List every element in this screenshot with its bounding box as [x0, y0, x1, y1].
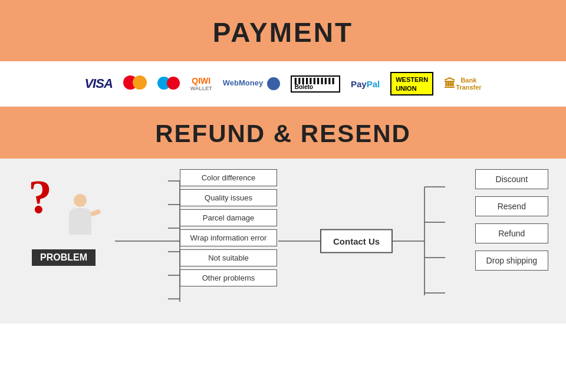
paypal-logo: PayPal: [351, 79, 380, 89]
problem-not-suitable: Not suitable: [180, 249, 277, 266]
problem-quality-issues: Quality issues: [180, 189, 277, 206]
person-figure: [64, 194, 96, 244]
outcome-discount: Discount: [475, 169, 548, 189]
western-union-logo: WESTERNUNION: [390, 72, 433, 95]
problem-figure: ? PROBLEM: [22, 173, 105, 266]
refund-title: REFUND & RESEND: [0, 120, 566, 148]
problem-wrap-error: Wrap information error: [180, 229, 277, 246]
outcome-refund: Refund: [475, 223, 548, 243]
problem-color-difference: Color difference: [180, 169, 277, 186]
contact-us-box[interactable]: Contact Us: [320, 229, 393, 253]
mastercard-logo: [123, 75, 147, 92]
refund-header: REFUND & RESEND: [0, 107, 566, 159]
problem-other: Other problems: [180, 269, 277, 286]
outcomes-column: Discount Resend Refund Drop shipping: [475, 169, 548, 271]
diagram-section: ? PROBLEM Color difference Quality issue…: [0, 159, 566, 324]
outcome-drop-shipping: Drop shipping: [475, 251, 548, 271]
problem-parcel-damage: Parcel damage: [180, 209, 277, 226]
payment-title: PAYMENT: [0, 17, 566, 48]
qiwi-logo: QIWI WALLET: [190, 76, 212, 91]
payment-header: PAYMENT: [0, 0, 566, 61]
problems-column: Color difference Quality issues Parcel d…: [180, 169, 277, 286]
bank-transfer-logo: 🏛 BankTransfer: [444, 77, 481, 91]
question-mark-icon: ?: [28, 173, 52, 220]
visa-logo: VISA: [84, 76, 112, 91]
problem-label: PROBLEM: [32, 249, 96, 266]
maestro-logo: [157, 75, 180, 92]
boleto-logo: ▌▌▌▌▌▌▌▌▌▌▌ Boleto: [291, 75, 340, 93]
payment-logos-row: VISA QIWI WALLET WebMoney ▌▌▌▌▌▌▌▌▌▌▌ Bo…: [0, 61, 566, 107]
outcome-resend: Resend: [475, 196, 548, 216]
webmoney-logo: WebMoney: [223, 77, 280, 90]
